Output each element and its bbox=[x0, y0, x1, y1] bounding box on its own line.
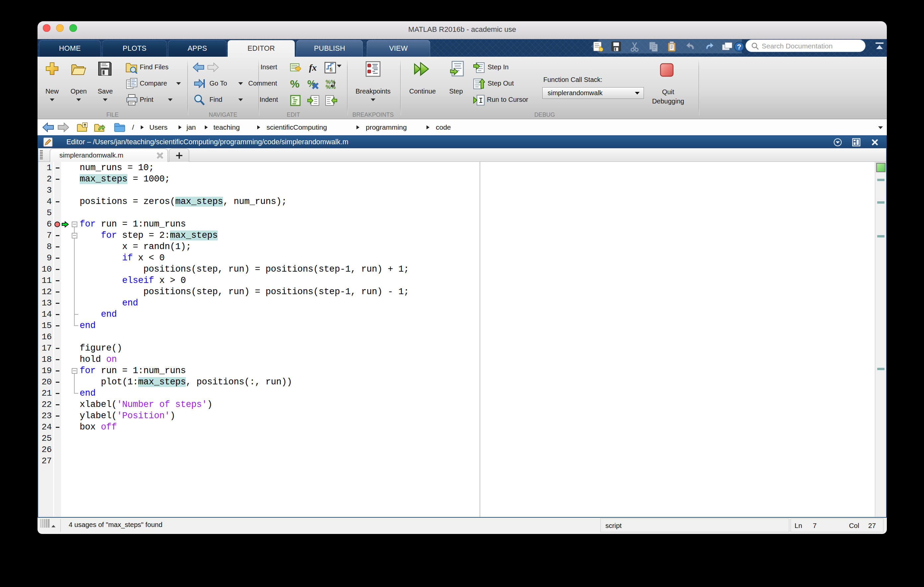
svg-text:?: ? bbox=[737, 43, 741, 51]
svg-text:I: I bbox=[478, 97, 483, 105]
svg-text:%: % bbox=[290, 79, 299, 89]
svg-text:fx: fx bbox=[309, 62, 317, 72]
svg-text:fi: fi bbox=[330, 67, 333, 73]
